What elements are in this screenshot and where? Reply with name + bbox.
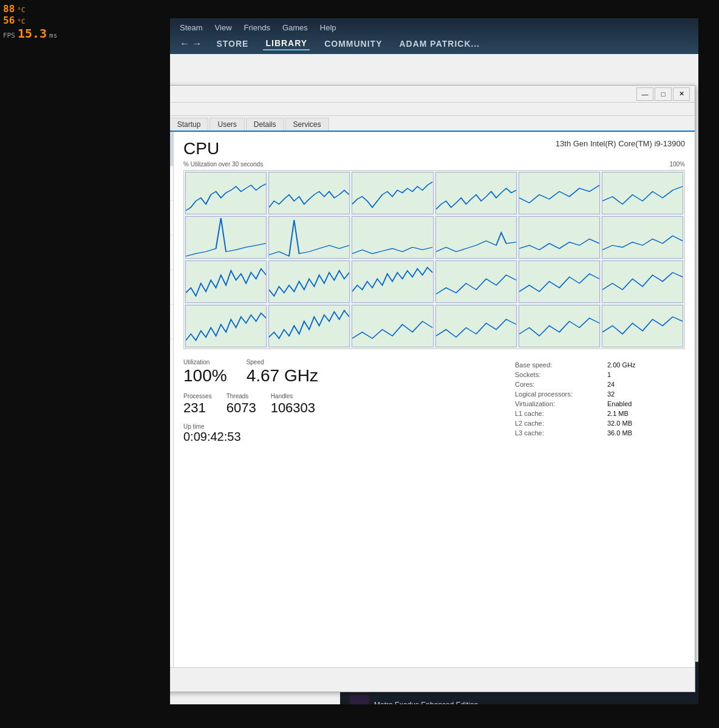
right-stats-grid: Base speed: 2.00 GHz Sockets: 1 Cores: 2… — [515, 361, 685, 437]
svg-rect-16 — [519, 217, 599, 258]
fps-value: 15.3 — [18, 26, 47, 41]
cpu-core-graph-20 — [268, 305, 350, 347]
svg-rect-15 — [436, 217, 516, 258]
tab-users[interactable]: Users — [210, 118, 244, 131]
logical-label: Logical processors: — [515, 390, 593, 398]
sidebar-item-disk0[interactable]: Disk 0 (C:) SSD 0% — [170, 201, 173, 236]
speed-value: 4.67 GHz — [247, 366, 318, 385]
steam-nav-store[interactable]: STORE — [214, 38, 251, 50]
speed-label: Speed — [247, 359, 318, 366]
svg-rect-8 — [352, 172, 432, 214]
sidebar-item-wifi[interactable]: Wi-Fi Wi-Fi S: 0 R: 0 Kbps — [170, 270, 173, 305]
cpu-core-graph-1 — [185, 172, 267, 214]
stats-section: Utilization 100% Speed 4.67 GHz — [183, 359, 685, 444]
processes-label: Processes — [183, 393, 212, 400]
steam-menu-steam[interactable]: Steam — [180, 23, 203, 32]
tab-startup[interactable]: Startup — [170, 118, 208, 131]
stats-left: Utilization 100% Speed 4.67 GHz — [183, 359, 503, 444]
game-name-3: Metro Exodus Enhanced Edition — [374, 701, 478, 704]
tm-maximize-button[interactable]: □ — [655, 87, 672, 101]
cpu-graph-grid — [183, 170, 685, 349]
tab-details[interactable]: Details — [246, 118, 284, 131]
cpu-core-graph-13 — [185, 260, 267, 303]
tm-minimize-button[interactable]: — — [636, 87, 653, 101]
tm-titlebar: Task Manager — □ ✕ — [170, 86, 695, 103]
l2-label: L2 cache: — [515, 420, 593, 427]
cpu-util-label: % Utilization over 30 seconds — [183, 161, 263, 168]
tm-close-button[interactable]: ✕ — [673, 87, 690, 101]
sidebar-item-cpu[interactable]: CPU 100% 4.67 GHz — [170, 132, 173, 166]
steam-menu-games[interactable]: Games — [282, 23, 308, 32]
cpu-core-graph-16 — [435, 260, 517, 303]
threads-label: Threads — [227, 393, 256, 400]
cpu-core-graph-5 — [519, 172, 600, 214]
cpu-core-graph-8 — [268, 216, 350, 259]
sockets-label: Sockets: — [515, 371, 593, 378]
svg-rect-22 — [519, 261, 599, 302]
svg-rect-10 — [519, 172, 599, 214]
l3-value: 36.0 MB — [607, 429, 685, 437]
svg-rect-11 — [602, 172, 683, 214]
svg-rect-18 — [186, 261, 266, 302]
threads-block: Threads 6073 — [227, 393, 256, 416]
utilization-label: Utilization — [183, 359, 227, 366]
back-arrow[interactable]: ← → — [180, 38, 202, 49]
svg-rect-21 — [436, 261, 516, 302]
temp1-value: 88 — [3, 3, 15, 15]
temp2-unit: °C — [17, 18, 25, 26]
steam-nav-bar: ← → STORE LIBRARY COMMUNITY ADAM PATRICK… — [180, 37, 689, 50]
svg-rect-19 — [269, 261, 349, 302]
svg-rect-26 — [352, 305, 432, 347]
uptime-value: 0:09:42:53 — [183, 430, 503, 444]
stats-right: Base speed: 2.00 GHz Sockets: 1 Cores: 2… — [515, 359, 685, 444]
cpu-core-graph-24 — [602, 305, 683, 347]
steam-nav-library[interactable]: LIBRARY — [263, 37, 310, 50]
svg-rect-23 — [602, 261, 683, 302]
sidebar-item-gpu0[interactable]: GPU 0 NVIDIA GeForce RTX 4... 4% (57 °C) — [170, 305, 173, 339]
steam-menu-view[interactable]: View — [215, 23, 232, 32]
virt-value: Enabled — [607, 400, 685, 407]
svg-rect-24 — [186, 305, 266, 347]
tm-window-controls: — □ ✕ — [636, 87, 690, 101]
uptime-block: Up time 0:09:42:53 — [183, 423, 503, 444]
game-icon-3 — [350, 695, 369, 704]
cpu-core-graph-17 — [519, 260, 600, 303]
steam-menu-friends[interactable]: Friends — [244, 23, 270, 32]
processes-value: 231 — [183, 400, 212, 416]
steam-nav-community[interactable]: COMMUNITY — [322, 38, 384, 50]
cpu-core-graph-22 — [435, 305, 517, 347]
cpu-core-graph-9 — [352, 216, 433, 259]
steam-menu-help[interactable]: Help — [320, 23, 336, 32]
cpu-title: CPU — [183, 139, 219, 158]
cores-value: 24 — [607, 381, 685, 388]
tm-bottom-bar: ⌃ Fewer details ◉ Open Resource Monitor — [170, 667, 695, 692]
game-list-item-3[interactable]: Metro Exodus Enhanced Edition — [350, 695, 579, 704]
tab-services[interactable]: Services — [285, 118, 329, 131]
cpu-core-graph-10 — [435, 216, 517, 259]
cpu-core-graph-4 — [435, 172, 517, 214]
utilization-block: Utilization 100% — [183, 359, 227, 386]
base-speed-value: 2.00 GHz — [607, 361, 685, 369]
temp2-value: 56 — [3, 15, 15, 26]
fps-label: FPS — [3, 32, 15, 39]
uptime-label: Up time — [183, 423, 503, 430]
svg-rect-9 — [436, 172, 516, 214]
task-manager-window: Task Manager — □ ✕ Options View Processe… — [170, 85, 695, 692]
l1-value: 2.1 MB — [607, 410, 685, 417]
steam-menu-bar: Steam View Friends Games Help — [180, 23, 689, 32]
cpu-core-graph-12 — [602, 216, 683, 259]
steam-nav-user[interactable]: ADAM PATRICK... — [397, 38, 482, 50]
sidebar-item-memory[interactable]: Memory 20.1/31.7 GB (63%) — [170, 166, 173, 201]
l3-label: L3 cache: — [515, 429, 593, 437]
tm-main-content: CPU 13th Gen Intel(R) Core(TM) i9-13900 … — [174, 132, 695, 690]
cpu-core-graph-2 — [268, 172, 350, 214]
handles-label: Handles — [271, 393, 315, 400]
handles-block: Handles 106303 — [271, 393, 315, 416]
svg-rect-14 — [352, 217, 432, 258]
cpu-core-graph-6 — [602, 172, 683, 214]
utilization-value: 100% — [183, 366, 227, 385]
cpu-core-graph-19 — [185, 305, 267, 347]
cpu-core-graph-3 — [352, 172, 433, 214]
sidebar-item-disk1[interactable]: Disk 1 (D:) SSD 0% — [170, 236, 173, 270]
logical-value: 32 — [607, 390, 685, 398]
